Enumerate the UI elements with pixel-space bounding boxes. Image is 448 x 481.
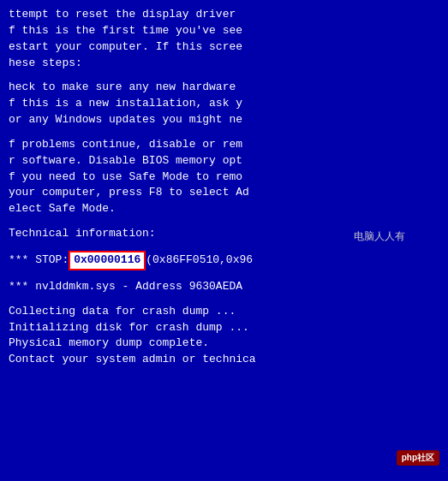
line-13: your computer, press F8 to select Ad <box>9 185 439 201</box>
stop-code: 0x00000116 <box>69 251 146 270</box>
line-6: heck to make sure any new hardware <box>9 80 439 96</box>
physical-memory-line: Physical memory dump complete. <box>9 336 439 352</box>
collecting-line: Collecting data for crash dump ... <box>9 304 439 320</box>
line-7: f this is a new installation, ask y <box>9 96 439 112</box>
line-8: or any Windows updates you might ne <box>9 112 439 128</box>
line-2: f this is the first time you've see <box>9 23 439 39</box>
line-14: elect Safe Mode. <box>9 201 439 217</box>
line-12: f you need to use Safe Mode to remo <box>9 169 439 186</box>
php-badge: php社区 <box>397 450 439 466</box>
gap-5 <box>9 270 439 279</box>
line-10: f problems continue, disable or rem <box>9 137 439 153</box>
stop-line: *** STOP: 0x00000116 (0x86FF0510,0x96 <box>9 251 439 270</box>
contact-line: Contact your system admin or technica <box>9 352 439 368</box>
initializing-line: Initializing disk for crash dump ... <box>9 320 439 336</box>
watermark: 电脑人人有 <box>354 229 405 244</box>
line-1: ttempt to reset the display driver <box>9 7 439 23</box>
nvlddmkm-line: *** nvlddmkm.sys - Address 9630AEDA <box>9 279 439 295</box>
gap-6 <box>9 295 439 304</box>
line-4: hese steps: <box>9 56 439 72</box>
gap-2 <box>9 128 439 137</box>
gap-3 <box>9 217 439 226</box>
stop-suffix: (0x86FF0510,0x96 <box>146 252 253 269</box>
gap-1 <box>9 71 439 80</box>
line-3: estart your computer. If this scree <box>9 39 439 56</box>
bsod-screen: ttempt to reset the display driver f thi… <box>0 0 448 481</box>
php-badge-text: php <box>402 453 417 462</box>
stop-prefix: *** STOP: <box>9 252 69 269</box>
php-badge-suffix: 社区 <box>417 453 434 462</box>
line-11: r software. Disable BIOS memory opt <box>9 153 439 169</box>
